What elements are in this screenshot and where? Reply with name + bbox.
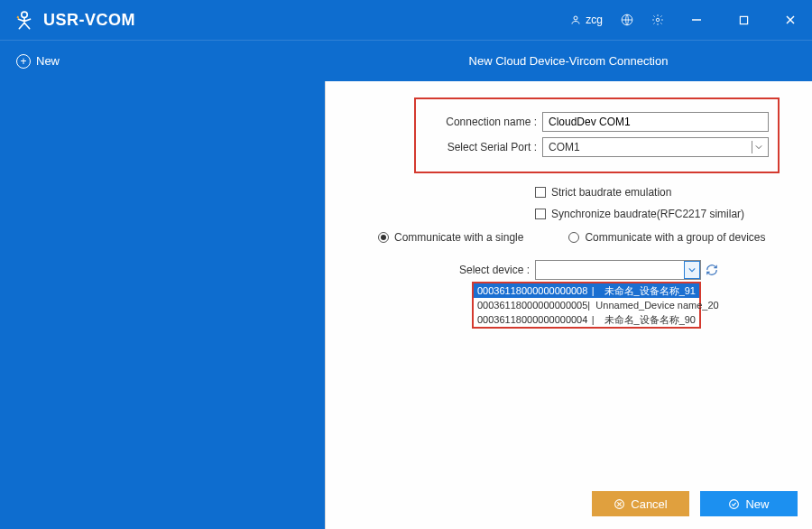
checkbox-icon (535, 209, 546, 219)
device-option[interactable]: 00036118000000000004 | 未命名_设备名称_90 (474, 312, 699, 327)
radio-icon (568, 232, 579, 243)
svg-point-1 (574, 16, 577, 20)
serial-port-label: Select Serial Port : (425, 141, 542, 153)
main-area: Connection name : Select Serial Port : C… (0, 81, 812, 529)
svg-point-0 (22, 12, 28, 18)
maximize-button[interactable] (729, 0, 758, 40)
strict-baudrate-checkbox[interactable]: Strict baudrate emulation (535, 186, 787, 199)
serial-port-select[interactable]: COM1 (542, 137, 769, 157)
device-dropdown-list: 00036118000000000008 | 未命名_设备名称_91 00036… (472, 282, 701, 329)
plus-circle-icon: + (16, 54, 31, 69)
device-option[interactable]: 00036118000000000005 | Unnamed_Device na… (474, 298, 699, 312)
language-icon[interactable] (621, 14, 633, 26)
app-title: USR-VCOM (43, 11, 135, 30)
titlebar: USR-VCOM zcg (0, 0, 812, 40)
titlebar-controls: zcg (569, 0, 805, 40)
cancel-icon (614, 498, 625, 510)
connection-name-label: Connection name : (425, 116, 542, 128)
new-connection-button[interactable]: + New (16, 54, 60, 69)
user-block[interactable]: zcg (569, 14, 603, 26)
form: Connection name : Select Serial Port : C… (326, 81, 812, 329)
sync-baudrate-label: Synchronize baudrate(RFC2217 similar) (551, 208, 744, 220)
content-panel: Connection name : Select Serial Port : C… (325, 81, 812, 529)
footer-buttons: Cancel New (592, 491, 798, 516)
select-device-label: Select device : (441, 264, 535, 276)
sidebar (0, 81, 325, 529)
cancel-button[interactable]: Cancel (592, 491, 689, 516)
chevron-down-icon (752, 141, 764, 153)
cancel-label: Cancel (631, 497, 667, 511)
close-button[interactable] (776, 0, 805, 40)
toolbar: + New New Cloud Device-Vircom Connection (0, 40, 812, 81)
confirm-new-button[interactable]: New (700, 491, 798, 516)
minimize-button[interactable] (682, 0, 711, 40)
highlight-box-connection: Connection name : Select Serial Port : C… (414, 97, 780, 173)
panel-title: New Cloud Device-Vircom Connection (469, 54, 669, 68)
radio-group-devices[interactable]: Communicate with a group of devices (568, 231, 765, 244)
svg-point-3 (656, 18, 660, 22)
refresh-icon[interactable] (705, 263, 719, 277)
new-button-label: New (36, 54, 60, 68)
device-option[interactable]: 00036118000000000008 | 未命名_设备名称_91 (474, 283, 699, 298)
connection-name-input[interactable] (542, 112, 769, 132)
chevron-down-icon (684, 261, 700, 279)
checkbox-icon (535, 187, 546, 198)
user-icon (569, 14, 582, 26)
radio-single-label: Communicate with a single (394, 231, 523, 244)
user-name: zcg (586, 14, 603, 26)
radio-icon (378, 232, 389, 243)
strict-baudrate-label: Strict baudrate emulation (551, 186, 671, 199)
serial-port-value: COM1 (549, 141, 580, 153)
app-logo-icon (13, 8, 36, 32)
svg-point-11 (730, 499, 739, 508)
sync-baudrate-checkbox[interactable]: Synchronize baudrate(RFC2217 similar) (535, 208, 787, 220)
svg-rect-5 (740, 16, 747, 23)
radio-single-device[interactable]: Communicate with a single (378, 231, 523, 244)
radio-group-label: Communicate with a group of devices (585, 231, 765, 244)
confirm-new-label: New (745, 497, 769, 511)
check-icon (728, 498, 740, 510)
device-select[interactable] (535, 260, 701, 280)
settings-gear-icon[interactable] (651, 14, 664, 26)
